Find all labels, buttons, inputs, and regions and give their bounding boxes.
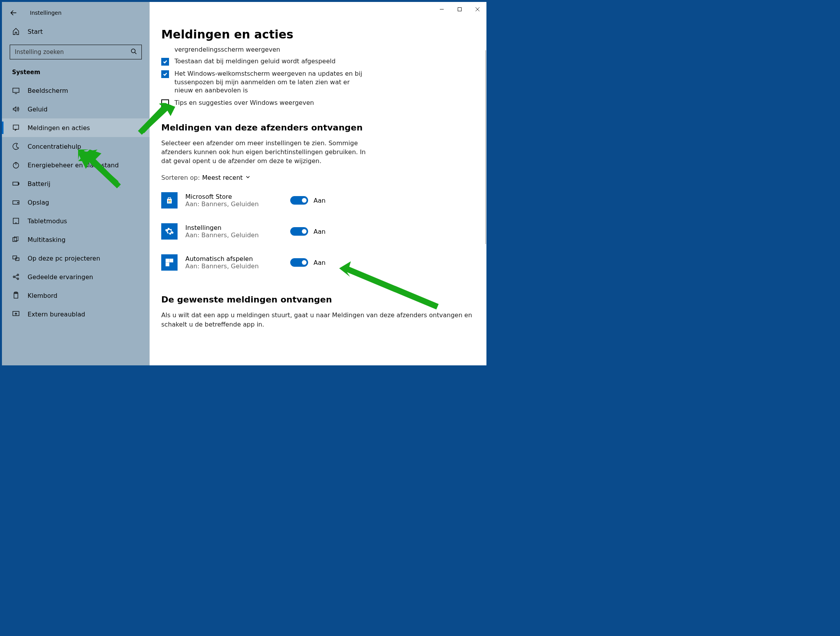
- window-title: Instellingen: [30, 10, 61, 16]
- svg-rect-7: [13, 88, 19, 92]
- sidebar-item-notifications[interactable]: Meldingen en acties: [2, 118, 150, 137]
- toggle-sender[interactable]: [290, 227, 308, 236]
- sidebar-items: Beeldscherm Geluid Meldingen en acties C…: [2, 81, 150, 365]
- sidebar-item-label: Meldingen en acties: [28, 124, 90, 132]
- svg-rect-37: [166, 263, 169, 266]
- home-label: Start: [28, 28, 43, 35]
- checkbox-row-welcome[interactable]: Het Windows-welkomstscherm weergeven na …: [161, 70, 363, 95]
- sidebar-item-label: Multitasking: [28, 236, 66, 243]
- svg-marker-42: [138, 103, 175, 135]
- svg-rect-36: [170, 259, 173, 262]
- sidebar-item-label: Op deze pc projecteren: [28, 255, 100, 262]
- search-box[interactable]: [10, 45, 142, 59]
- toggle-label: Aan: [314, 197, 326, 204]
- sidebar-item-label: Gedeelde ervaringen: [28, 273, 93, 281]
- titlebar: [433, 2, 486, 17]
- sidebar-item-label: Tabletmodus: [28, 217, 67, 225]
- checkbox-row-tips[interactable]: Tips en suggesties over Windows weergeve…: [161, 99, 363, 107]
- power-icon: [12, 161, 20, 169]
- app-icon-settings: [161, 223, 178, 240]
- sidebar-item-label: Opslag: [28, 199, 49, 206]
- maximize-button[interactable]: [451, 3, 469, 16]
- sender-sub: Aan: Banners, Geluiden: [185, 200, 282, 208]
- svg-rect-13: [18, 183, 19, 184]
- sound-icon: [12, 105, 20, 113]
- sender-sub: Aan: Banners, Geluiden: [185, 231, 282, 239]
- sidebar-item-label: Concentratiehulp: [28, 143, 81, 150]
- page-title: Meldingen en acties: [150, 21, 486, 43]
- sender-row[interactable]: Microsoft Store Aan: Banners, Geluiden A…: [161, 188, 475, 219]
- svg-marker-43: [339, 261, 439, 309]
- settings-window: Instellingen Start Systeem Beeldscherm: [2, 2, 486, 365]
- svg-rect-20: [13, 256, 17, 259]
- svg-rect-32: [170, 200, 171, 201]
- sidebar-item-display[interactable]: Beeldscherm: [2, 81, 150, 100]
- storage-icon: [12, 198, 20, 206]
- search-input[interactable]: [15, 49, 116, 56]
- footer-body: Als u wilt dat een app u meldingen stuur…: [161, 311, 475, 328]
- sidebar-item-shared[interactable]: Gedeelde ervaringen: [2, 268, 150, 286]
- back-button[interactable]: [10, 9, 17, 17]
- battery-icon: [12, 180, 20, 188]
- checkbox-allow-sound[interactable]: [161, 58, 169, 66]
- svg-rect-34: [170, 202, 171, 203]
- app-icon-store: [161, 192, 178, 209]
- sidebar-item-power[interactable]: Energiebeheer en slaapstand: [2, 156, 150, 174]
- svg-rect-9: [13, 125, 19, 129]
- scrollbar[interactable]: [485, 50, 486, 244]
- sender-name: Microsoft Store: [185, 193, 282, 200]
- checkbox-row-sound[interactable]: Toestaan dat bij meldingen geluid wordt …: [161, 57, 363, 66]
- sidebar-section-title: Systeem: [2, 66, 150, 81]
- sender-name: Instellingen: [185, 224, 282, 231]
- tablet-icon: [12, 217, 20, 225]
- annotation-arrow-sidebar: [84, 151, 126, 189]
- svg-rect-35: [166, 259, 169, 262]
- sidebar-item-sound[interactable]: Geluid: [2, 100, 150, 118]
- search-icon: [131, 48, 137, 56]
- sidebar-item-label: Batterij: [28, 180, 51, 188]
- checkbox-label: Het Windows-welkomstscherm weergeven na …: [174, 70, 363, 95]
- sender-row[interactable]: Instellingen Aan: Banners, Geluiden Aan: [161, 219, 475, 250]
- sidebar-item-storage[interactable]: Opslag: [2, 193, 150, 212]
- svg-marker-40: [84, 151, 119, 186]
- moon-icon: [12, 142, 20, 150]
- svg-point-23: [17, 274, 19, 276]
- sidebar-item-clipboard[interactable]: Klembord: [2, 286, 150, 305]
- sender-sub: Aan: Banners, Geluiden: [185, 262, 282, 270]
- sidebar-item-label: Beeldscherm: [28, 87, 68, 94]
- sidebar-item-tablet[interactable]: Tabletmodus: [2, 212, 150, 230]
- truncated-check-label: vergrendelingsscherm weergeven: [174, 46, 475, 53]
- project-icon: [12, 254, 20, 262]
- toggle-label: Aan: [314, 228, 326, 235]
- sidebar-item-multitasking[interactable]: Multitasking: [2, 230, 150, 249]
- sidebar-item-label: Geluid: [28, 106, 47, 113]
- checkbox-label: Tips en suggesties over Windows weergeve…: [174, 99, 314, 107]
- annotation-arrow-checkbox: [136, 103, 175, 139]
- svg-line-25: [15, 275, 17, 276]
- sidebar-item-project[interactable]: Op deze pc projecteren: [2, 249, 150, 268]
- minimize-button[interactable]: [433, 3, 451, 16]
- checkbox-welcome-screen[interactable]: [161, 70, 169, 78]
- sidebar-item-focus-assist[interactable]: Concentratiehulp: [2, 137, 150, 156]
- notifications-icon: [12, 124, 20, 132]
- sort-dropdown[interactable]: Sorteren op: Meest recent: [161, 174, 475, 181]
- home-button[interactable]: Start: [2, 21, 150, 42]
- sidebar-item-remote[interactable]: Extern bureaublad: [2, 305, 150, 323]
- svg-rect-33: [168, 202, 169, 203]
- svg-rect-31: [168, 200, 169, 201]
- sidebar-item-battery[interactable]: Batterij: [2, 174, 150, 193]
- close-button[interactable]: [469, 3, 486, 16]
- svg-line-6: [135, 52, 136, 54]
- sort-prefix: Sorteren op:: [161, 174, 200, 181]
- toggle-label: Aan: [314, 259, 326, 266]
- senders-body: Selecteer een afzender om meer instellin…: [161, 139, 371, 166]
- sender-name: Automatisch afspelen: [185, 255, 282, 262]
- svg-point-22: [13, 276, 15, 278]
- senders-heading: Meldingen van deze afzenders ontvangen: [161, 123, 475, 132]
- toggle-sender[interactable]: [290, 258, 308, 267]
- sort-value: Meest recent: [202, 174, 242, 181]
- sidebar: Instellingen Start Systeem Beeldscherm: [2, 2, 150, 365]
- home-icon: [12, 28, 20, 35]
- display-icon: [12, 87, 20, 94]
- toggle-sender[interactable]: [290, 196, 308, 205]
